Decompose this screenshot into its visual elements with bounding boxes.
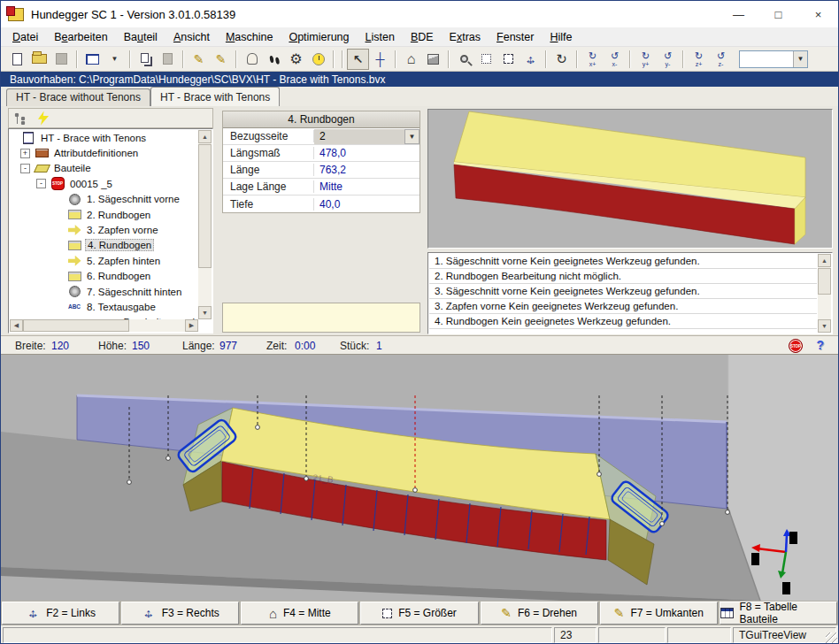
tree-item-textausgabe[interactable]: ABC 8. Textausgabe [10,299,198,314]
menu-hilfe[interactable]: Hilfe [542,29,580,45]
tree-item-saegeschnitt-vorne[interactable]: 1. Sägeschnitt vorne [10,192,198,207]
f8-tabelle-button[interactable]: F8 = Tabelle Bauteile [720,602,837,625]
tree-item-rundbogen-2[interactable]: 2. Rundbogen [10,207,198,222]
tree-vscroll-thumb[interactable] [198,144,212,268]
tree-item-attributdefinitionen[interactable]: + Attributdefinitionen [10,145,198,160]
menu-maschine[interactable]: Maschine [218,29,281,45]
save-button[interactable] [50,49,73,70]
walk-button[interactable] [263,49,285,70]
menu-bauteil[interactable]: Bauteil [116,29,165,45]
tree-view-icon[interactable] [14,111,27,125]
expand-plus-icon[interactable]: + [20,149,30,158]
scroll-down-icon[interactable]: ▼ [198,306,212,319]
menu-optimierung[interactable]: Optimierung [281,29,357,45]
settings-button[interactable]: ⚙ [285,49,307,70]
minimize-button[interactable]: — [719,1,758,27]
message-row[interactable]: 3. Zapfen vorne Kein geeignetes Werkzeug… [429,299,817,314]
scroll-left-icon[interactable]: ◀ [10,319,23,332]
f3-rechts-button[interactable]: ↔↕F3 = Rechts [121,602,239,625]
rotate-x-plus-button[interactable]: ↻x+ [581,49,604,70]
menu-ansicht[interactable]: Ansicht [165,29,218,45]
cube-view-button[interactable] [422,49,444,70]
part-preview-3d[interactable] [427,109,833,249]
f5-groesser-button[interactable]: F5 = Größer [360,602,478,625]
message-row[interactable]: 1. Sägeschnitt vorne Kein geeignetes Wer… [429,254,817,269]
message-row[interactable]: 2. Rundbogen Bearbeitung nicht möglich. [429,269,817,284]
laengsmass-value[interactable]: 478,0 [314,147,420,159]
view-combo-box[interactable]: ▼ [739,50,808,68]
close-button[interactable]: × [798,1,838,27]
tree-item-rundbogen-4-selected[interactable]: 4. Rundbogen [10,238,198,253]
tree-hscroll-thumb[interactable] [23,319,129,332]
edit-part-button[interactable]: ✎ [210,49,232,70]
lage-laenge-value[interactable]: Mitte [314,180,420,193]
laenge-value[interactable]: 763,2 [314,164,420,176]
lightning-run-icon[interactable] [38,111,49,126]
menu-bearbeiten[interactable]: Bearbeiten [46,29,115,45]
message-row[interactable]: 4. Rundbogen Verfräsung Kein geeignetes … [429,329,817,333]
f2-links-button[interactable]: ↔↕F2 = Links [2,602,119,625]
rotate-y-plus-button[interactable]: ↻y+ [635,49,657,70]
tab-brace-without-tenons[interactable]: HT - Brace without Tenons [6,88,150,106]
menu-listen[interactable]: Listen [358,29,403,45]
copy-button[interactable] [135,49,157,70]
window-layout-dropdown[interactable]: ▼ [104,49,126,70]
scroll-up-icon[interactable]: ▲ [198,130,212,143]
pan-button[interactable]: ↔↕ [520,49,542,70]
f4-mitte-button[interactable]: ⌂F4 = Mitte [241,602,358,625]
menu-extras[interactable]: Extras [442,29,489,45]
message-row[interactable]: 3. Sägeschnitt vorne Kein geeignetes Wer… [429,284,817,299]
tree-item-project[interactable]: HT - Brace with Tenons [10,130,198,145]
tree-horizontal-scrollbar[interactable]: ◀ ▶ [10,319,198,332]
tab-brace-with-tenons[interactable]: HT - Brace with Tenons [150,87,280,106]
measure-button[interactable]: ┼ [369,49,391,70]
rotate-y-minus-button[interactable]: ↺y- [657,49,679,70]
menu-bde[interactable]: BDE [403,29,442,45]
scroll-down-icon[interactable]: ▼ [818,319,831,333]
paste-button[interactable] [157,49,179,70]
f6-drehen-button[interactable]: ✎F6 = Drehen [481,602,598,625]
message-scroll-thumb[interactable] [818,268,831,295]
rotate-z-minus-button[interactable]: ↺z- [710,49,732,70]
select-cursor-button[interactable]: ↖ [347,49,369,70]
collapse-minus-icon[interactable]: - [36,179,46,188]
rotate-x-minus-button[interactable]: ↺x- [604,49,626,70]
bezugsseite-value[interactable]: 2 ▼ [314,129,420,144]
zoom-button[interactable] [453,49,475,70]
message-scrollbar[interactable]: ▲ ▼ [818,254,831,333]
tree-item-part-00015[interactable]: - STOP 00015 _5 [10,176,198,191]
dropdown-arrow-icon[interactable]: ▼ [404,129,420,144]
combo-dropdown-icon[interactable]: ▼ [793,51,807,67]
main-3d-view[interactable]: 21_B_ [1,355,839,601]
tree-item-rundbogen-6[interactable]: 6. Rundbogen [10,269,198,284]
scroll-up-icon[interactable]: ▲ [818,254,831,267]
edit-move-part-button[interactable]: ✎ [188,49,210,70]
menu-fenster[interactable]: Fenster [489,29,542,45]
tree-item-zapfen-vorne[interactable]: 3. Zapfen vorne [10,222,198,237]
f7-umkanten-button[interactable]: ✎F7 = Umkanten [600,602,718,625]
maximize-button[interactable]: □ [758,1,798,27]
tree-item-saegeschnitt-hinten[interactable]: 7. Sägeschnitt hinten [10,284,198,299]
collapse-minus-icon[interactable]: - [20,164,30,173]
home-view-button[interactable]: ⌂ [400,49,422,70]
menu-datei[interactable]: Datei [4,29,46,45]
tree-item-zapfen-hinten[interactable]: 5. Zapfen hinten [10,253,198,268]
help-icon[interactable]: ? [816,338,824,352]
zoom-fit-button[interactable] [475,49,497,70]
tiefe-value[interactable]: 40,0 [314,198,420,211]
scroll-right-icon[interactable]: ▶ [185,319,198,332]
zoom-window-button[interactable] [497,49,520,70]
status-cell-counter: 23 [554,627,597,643]
stop-status-icon[interactable]: STOP [789,339,803,353]
new-document-button[interactable] [6,49,28,70]
tree-vertical-scrollbar[interactable]: ▲ ▼ [198,130,212,319]
resize-grip[interactable] [826,632,837,644]
rotate-model-button[interactable]: ↻ [550,49,573,70]
tree-item-bauteile[interactable]: - Bauteile [10,161,198,176]
open-project-button[interactable] [28,49,50,70]
message-row[interactable]: 4. Rundbogen Kein geeignetes Werkzeug ge… [429,314,817,329]
window-layout-button[interactable] [81,49,104,70]
rotate-z-plus-button[interactable]: ↻z+ [688,49,710,70]
pan-hand-button[interactable] [241,49,263,70]
time-button[interactable] [307,49,329,70]
